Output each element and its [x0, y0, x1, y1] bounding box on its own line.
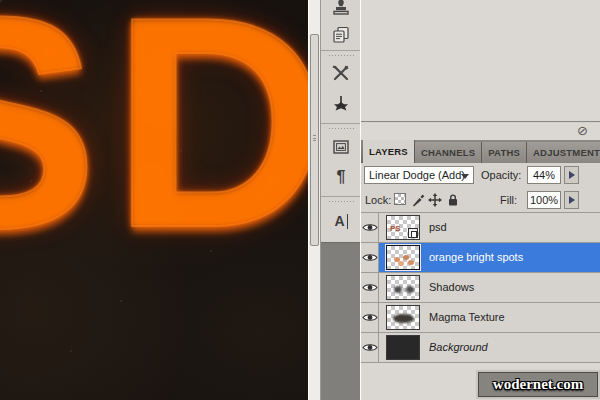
layers-panel-group: ⊘ LAYERS CHANNELS PATHS ADJUSTMENT MA Li…: [360, 0, 600, 400]
blend-mode-value: Linear Dodge (Add): [369, 169, 465, 181]
eye-icon: [362, 222, 378, 233]
layer-name[interactable]: Shadows: [429, 281, 474, 293]
dock-drag-handle[interactable]: [328, 54, 354, 58]
layer-row-psd[interactable]: PS psd: [361, 213, 600, 243]
notes-icon: [331, 25, 351, 45]
clone-stamp-icon: [331, 0, 351, 19]
pushpin-icon: [331, 94, 351, 114]
layer-name[interactable]: Magma Texture: [429, 311, 505, 323]
tool-presets-icon: [331, 63, 351, 83]
orange-spots-preview: [394, 257, 400, 262]
lava-text: SD: [0, 0, 308, 272]
padlock-icon: [446, 193, 460, 207]
panel-tab-bar: LAYERS CHANNELS PATHS ADJUSTMENT MA: [361, 140, 600, 163]
checkerboard-icon: [394, 193, 406, 205]
layer-thumbnail[interactable]: PS: [386, 215, 420, 240]
watermark-text: wodernet.com: [493, 376, 583, 393]
picture-frame-panel-button[interactable]: [321, 134, 361, 160]
lock-transparency-button[interactable]: [394, 193, 406, 205]
visibility-toggle[interactable]: [361, 333, 379, 362]
layers-list: PS psd orange bright spots: [361, 213, 600, 363]
layer-thumbnail[interactable]: [386, 335, 420, 360]
fill-label: Fill:: [500, 194, 517, 206]
paragraph-panel-button[interactable]: ¶: [321, 164, 361, 190]
tab-adjustment[interactable]: ADJUSTMENT: [527, 142, 600, 163]
layer-row-orange-bright-spots[interactable]: orange bright spots: [361, 243, 600, 273]
pushpin-panel-button[interactable]: [321, 91, 361, 117]
picture-frame-icon: [331, 137, 351, 157]
arrow-right-icon: [569, 196, 579, 204]
panel-dock: ¶ A: [320, 0, 360, 400]
opacity-slider-button[interactable]: [564, 166, 579, 184]
layer-thumbnail[interactable]: [386, 275, 420, 300]
shadows-preview: [394, 286, 402, 293]
layer-name[interactable]: psd: [429, 221, 447, 233]
brush-icon: [411, 193, 425, 207]
watermark: wodernet.com: [478, 372, 598, 397]
opacity-label: Opacity:: [481, 169, 521, 181]
move-icon: [428, 193, 442, 207]
character-panel-button[interactable]: A: [321, 208, 361, 234]
layer-row-magma-texture[interactable]: Magma Texture: [361, 303, 600, 333]
dock-divider: [321, 123, 361, 124]
eye-icon: [362, 312, 378, 323]
layer-row-shadows[interactable]: Shadows: [361, 273, 600, 303]
dock-divider: [321, 50, 361, 51]
magma-preview: [393, 314, 414, 323]
thumbnail-ps-text: PS: [390, 224, 401, 233]
character-icon: A: [334, 214, 347, 229]
document-canvas[interactable]: SD: [0, 0, 308, 400]
blocked-cursor-icon: ⊘: [577, 124, 588, 137]
lock-pixels-button[interactable]: [411, 193, 425, 211]
lock-position-button[interactable]: [428, 193, 442, 211]
visibility-toggle[interactable]: [361, 243, 379, 272]
fill-slider-button[interactable]: [564, 191, 579, 209]
tool-presets-panel-button[interactable]: [321, 60, 361, 86]
lock-label: Lock:: [365, 194, 391, 206]
canvas-vertical-scrollbar[interactable]: [308, 0, 320, 400]
eye-icon: [362, 252, 378, 263]
arrow-right-icon: [569, 171, 579, 179]
panel-empty-area: [361, 0, 600, 122]
opacity-input[interactable]: 44%: [527, 166, 561, 184]
lock-fill-row: Lock: Fil: [361, 188, 600, 213]
tab-paths[interactable]: PATHS: [482, 142, 527, 163]
layer-thumbnail[interactable]: [386, 245, 420, 270]
chevron-down-icon: [461, 174, 469, 183]
blend-mode-dropdown[interactable]: Linear Dodge (Add): [364, 166, 474, 184]
lock-all-button[interactable]: [446, 193, 460, 211]
fill-input[interactable]: 100%: [527, 191, 561, 209]
visibility-toggle[interactable]: [361, 303, 379, 332]
dock-drag-handle[interactable]: [328, 127, 354, 131]
layer-row-background[interactable]: Background: [361, 333, 600, 363]
clone-stamp-panel-button[interactable]: [321, 0, 361, 22]
dock-drag-handle[interactable]: [328, 200, 354, 204]
dock-divider: [321, 196, 361, 197]
scrollbar-grip: [313, 135, 316, 141]
eye-icon: [362, 342, 378, 353]
eye-icon: [362, 282, 378, 293]
paragraph-icon: ¶: [337, 169, 346, 185]
layer-name[interactable]: Background: [429, 341, 488, 353]
tab-layers[interactable]: LAYERS: [363, 140, 415, 163]
panel-header-strip: ⊘: [361, 123, 600, 140]
photoshop-window: SD: [0, 0, 600, 400]
blend-opacity-row: Linear Dodge (Add) Opacity: 44%: [361, 163, 600, 188]
visibility-toggle[interactable]: [361, 273, 379, 302]
layer-name[interactable]: orange bright spots: [429, 251, 523, 263]
visibility-toggle[interactable]: [361, 213, 379, 242]
dock-empty-area: [321, 242, 361, 400]
notes-panel-button[interactable]: [321, 22, 361, 48]
scrollbar-thumb[interactable]: [310, 34, 319, 246]
smart-object-badge-icon: [408, 228, 418, 238]
tab-channels[interactable]: CHANNELS: [415, 142, 482, 163]
layer-thumbnail[interactable]: [386, 305, 420, 330]
